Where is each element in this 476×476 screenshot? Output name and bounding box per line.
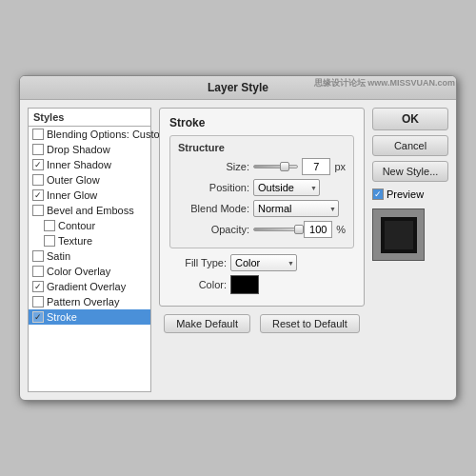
right-panel: OK Cancel New Style... Preview — [372, 108, 448, 392]
blend-mode-select[interactable]: Normal Multiply Screen — [253, 200, 339, 217]
sidebar-item-blending[interactable]: Blending Options: Custom — [29, 127, 150, 142]
sidebar-item-label: Contour — [58, 220, 95, 231]
sidebar-item-inner-shadow[interactable]: Inner Shadow — [29, 157, 150, 172]
sidebar-item-label: Stroke — [47, 311, 77, 323]
contour-checkbox[interactable] — [44, 220, 55, 231]
structure-title: Structure — [178, 142, 346, 153]
make-default-button[interactable]: Make Default — [164, 314, 250, 333]
preview-checkbox[interactable] — [372, 188, 384, 200]
sidebar-item-gradient-overlay[interactable]: Gradient Overlay — [29, 279, 150, 294]
reset-to-default-button[interactable]: Reset to Default — [260, 314, 360, 333]
satin-checkbox[interactable] — [32, 250, 44, 262]
dialog-title: Layer Style 思缘设计论坛 www.MISSVUAN.com — [20, 76, 456, 100]
sidebar-item-drop-shadow[interactable]: Drop Shadow — [29, 142, 150, 157]
sidebar-item-bevel-emboss[interactable]: Bevel and Emboss — [29, 203, 150, 218]
styles-header: Styles — [28, 108, 151, 126]
title-text: Layer Style — [208, 81, 268, 94]
size-input[interactable] — [302, 158, 330, 175]
size-slider-thumb[interactable] — [280, 162, 289, 171]
opacity-slider[interactable] — [253, 228, 300, 231]
inner-shadow-checkbox[interactable] — [32, 159, 44, 170]
preview-row: Preview — [372, 188, 448, 200]
blend-mode-select-wrapper: Normal Multiply Screen — [253, 200, 339, 217]
sidebar-item-label: Drop Shadow — [47, 144, 110, 155]
bottom-buttons: Make Default Reset to Default — [159, 314, 365, 333]
bevel-emboss-checkbox[interactable] — [32, 205, 44, 216]
sidebar-item-label: Satin — [47, 250, 70, 262]
pattern-overlay-checkbox[interactable] — [32, 296, 44, 307]
position-row: Position: Outside Inside Center — [178, 179, 346, 196]
new-style-button[interactable]: New Style... — [372, 161, 448, 182]
sidebar-item-inner-glow[interactable]: Inner Glow — [29, 188, 150, 203]
blending-checkbox[interactable] — [32, 129, 44, 140]
size-row: Size: px — [178, 158, 346, 175]
drop-shadow-checkbox[interactable] — [32, 144, 44, 155]
sidebar-item-outer-glow[interactable]: Outer Glow — [29, 172, 150, 188]
opacity-label: Opacity: — [178, 224, 249, 235]
fill-type-label: Fill Type: — [169, 257, 227, 268]
sidebar-item-texture[interactable]: Texture — [29, 233, 150, 248]
opacity-slider-thumb[interactable] — [294, 225, 304, 234]
sidebar-item-label: Inner Glow — [47, 189, 97, 201]
size-label: Size: — [178, 161, 249, 172]
watermark: 思缘设计论坛 www.MISSVUAN.com — [314, 77, 455, 89]
preview-thumb — [372, 208, 425, 261]
position-select[interactable]: Outside Inside Center — [253, 179, 320, 196]
sidebar-item-label: Outer Glow — [47, 174, 100, 186]
sidebar-item-label: Pattern Overlay — [47, 296, 119, 307]
sidebar-item-pattern-overlay[interactable]: Pattern Overlay — [29, 294, 150, 309]
color-label: Color: — [169, 279, 227, 290]
main-panel: Stroke Structure Size: px — [159, 108, 365, 392]
inner-glow-checkbox[interactable] — [32, 189, 44, 201]
position-label: Position: — [178, 182, 249, 193]
sidebar-item-label: Blending Options: Custom — [47, 129, 169, 140]
stroke-checkbox[interactable] — [32, 311, 44, 323]
opacity-unit: % — [336, 224, 346, 235]
size-unit: px — [334, 161, 346, 172]
fill-type-select-wrapper: Color Gradient Pattern — [230, 254, 297, 271]
blend-mode-label: Blend Mode: — [178, 203, 249, 214]
left-panel: Styles Blending Options: Custom Drop Sha… — [28, 108, 151, 392]
sidebar-item-contour[interactable]: Contour — [29, 218, 150, 233]
sidebar-item-color-overlay[interactable]: Color Overlay — [29, 264, 150, 279]
sidebar-item-label: Inner Shadow — [47, 159, 111, 170]
styles-list: Blending Options: Custom Drop Shadow Inn… — [28, 126, 151, 392]
blend-mode-row: Blend Mode: Normal Multiply Screen — [178, 200, 346, 217]
layer-style-dialog: Layer Style 思缘设计论坛 www.MISSVUAN.com Styl… — [19, 75, 457, 401]
structure-subsection: Structure Size: px Position: — [169, 135, 354, 248]
preview-label: Preview — [387, 188, 424, 200]
color-swatch[interactable] — [230, 275, 259, 294]
color-overlay-checkbox[interactable] — [32, 266, 44, 277]
sidebar-item-stroke[interactable]: Stroke — [29, 309, 150, 325]
texture-checkbox[interactable] — [44, 235, 55, 247]
cancel-button[interactable]: Cancel — [372, 135, 448, 156]
ok-button[interactable]: OK — [372, 108, 448, 130]
sidebar-item-label: Gradient Overlay — [47, 281, 126, 292]
color-row: Color: — [169, 275, 354, 294]
preview-inner-box — [381, 217, 417, 253]
outer-glow-checkbox[interactable] — [32, 174, 44, 186]
opacity-input[interactable] — [304, 221, 332, 238]
sidebar-item-label: Color Overlay — [47, 266, 110, 277]
fill-type-row: Fill Type: Color Gradient Pattern — [169, 254, 354, 271]
sidebar-item-label: Texture — [58, 235, 92, 247]
position-select-wrapper: Outside Inside Center — [253, 179, 320, 196]
sidebar-item-label: Bevel and Emboss — [47, 205, 134, 216]
sidebar-item-satin[interactable]: Satin — [29, 248, 150, 264]
opacity-row: Opacity: % — [178, 221, 346, 238]
size-slider[interactable] — [253, 165, 298, 169]
stroke-section-title: Stroke — [169, 116, 354, 129]
fill-type-select[interactable]: Color Gradient Pattern — [230, 254, 297, 271]
stroke-section: Stroke Structure Size: px — [159, 108, 365, 307]
gradient-overlay-checkbox[interactable] — [32, 281, 44, 292]
